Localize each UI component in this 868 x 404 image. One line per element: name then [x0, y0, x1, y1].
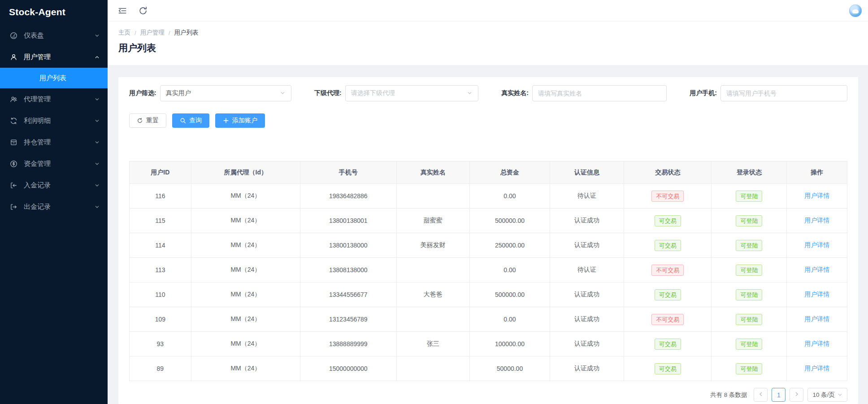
- sidebar-item-agent-management[interactable]: 代理管理: [0, 88, 108, 110]
- chevron-down-icon: [95, 118, 100, 123]
- table-row: 114MM（24）13800138000美丽发财250000.00认证成功可交易…: [130, 233, 847, 258]
- cell-total-funds: 250000.00: [469, 233, 550, 258]
- cell-total-funds: 500000.00: [469, 209, 550, 233]
- status-badge: 可交易: [655, 240, 681, 251]
- reset-button[interactable]: 重置: [129, 113, 166, 128]
- page-title: 用户列表: [118, 42, 857, 54]
- refresh-icon[interactable]: [138, 6, 148, 16]
- sidebar-item-user-management[interactable]: 用户管理: [0, 46, 108, 68]
- collapse-sidebar-icon[interactable]: [117, 6, 127, 16]
- user-detail-link[interactable]: 用户详情: [804, 192, 829, 199]
- prev-page-button[interactable]: [754, 388, 768, 402]
- sidebar-item-position-management[interactable]: 持仓管理: [0, 131, 108, 153]
- cell-trade-status: 不可交易: [624, 258, 712, 282]
- user-detail-link[interactable]: 用户详情: [804, 241, 829, 248]
- cell-real-name: 大爸爸: [396, 282, 469, 307]
- chevron-left-icon: [758, 391, 764, 398]
- cell-phone: 15000000000: [300, 356, 397, 381]
- sidebar-item-dashboard[interactable]: 仪表盘: [0, 25, 108, 46]
- content-area: 用户筛选: 真实用户 下级代理: 请选择下级代理: [108, 65, 868, 404]
- sidebar-item-deposit-records[interactable]: 入金记录: [0, 174, 108, 196]
- cell-action: 用户详情: [787, 209, 847, 233]
- cell-total-funds: 0.00: [469, 307, 550, 332]
- cell-agent: MM（24）: [191, 282, 300, 307]
- sidebar-item-label: 出金记录: [24, 203, 95, 211]
- cell-action: 用户详情: [787, 356, 847, 381]
- cell-user-id: 114: [130, 233, 191, 258]
- breadcrumb-item[interactable]: 主页: [118, 29, 130, 37]
- cell-real-name: [396, 307, 469, 332]
- user-avatar[interactable]: [849, 4, 862, 17]
- breadcrumb: 主页/用户管理/用户列表: [118, 29, 857, 37]
- agent-icon: [10, 96, 17, 103]
- cell-user-id: 113: [130, 258, 191, 282]
- breadcrumb-separator: /: [135, 30, 136, 36]
- user-table-wrapper: 用户ID所属代理（Id）手机号真实姓名总资金认证信息交易状态登录状态操作 116…: [129, 161, 847, 381]
- chevron-right-icon: [794, 391, 799, 398]
- cell-real-name: 张三: [396, 332, 469, 356]
- cell-user-id: 115: [130, 209, 191, 233]
- table-row: 109MM（24）131234567890.00认证成功不可交易可登陆用户详情: [130, 307, 847, 332]
- user-detail-link[interactable]: 用户详情: [804, 365, 829, 372]
- cell-user-id: 110: [130, 282, 191, 307]
- status-badge: 可登陆: [736, 265, 762, 276]
- chevron-down-icon: [467, 91, 473, 96]
- cell-real-name: 美丽发财: [396, 233, 469, 258]
- column-header: 所属代理（Id）: [191, 161, 300, 184]
- cell-login-status: 可登陆: [712, 356, 787, 381]
- sub-agent-select[interactable]: 请选择下级代理: [345, 85, 478, 101]
- user-detail-link[interactable]: 用户详情: [804, 266, 829, 273]
- table-row: 93MM（24）13888889999张三100000.00认证成功可交易可登陆…: [130, 332, 847, 356]
- cell-total-funds: 0.00: [469, 258, 550, 282]
- chevron-down-icon: [95, 33, 100, 38]
- cell-user-id: 89: [130, 356, 191, 381]
- sidebar-menu: 仪表盘用户管理用户列表代理管理利润明细持仓管理资金管理入金记录出金记录: [0, 25, 108, 217]
- add-account-button[interactable]: 添加账户: [215, 113, 265, 128]
- app-root: Stock-Agent 仪表盘用户管理用户列表代理管理利润明细持仓管理资金管理入…: [0, 0, 868, 404]
- user-detail-link[interactable]: 用户详情: [804, 315, 829, 322]
- cell-action: 用户详情: [787, 233, 847, 258]
- user-detail-link[interactable]: 用户详情: [804, 340, 829, 347]
- cell-phone: 13344556677: [300, 282, 397, 307]
- user-detail-link[interactable]: 用户详情: [804, 217, 829, 224]
- sidebar-item-funds-management[interactable]: 资金管理: [0, 153, 108, 174]
- chevron-down-icon: [95, 204, 100, 209]
- deposit-icon: [10, 182, 17, 189]
- query-button[interactable]: 查询: [172, 113, 209, 128]
- cell-action: 用户详情: [787, 184, 847, 209]
- status-badge: 可交易: [655, 339, 681, 350]
- pagination-total: 共有 8 条数据: [710, 391, 747, 399]
- column-header: 登录状态: [712, 161, 787, 184]
- cell-action: 用户详情: [787, 307, 847, 332]
- real-name-input[interactable]: [532, 85, 667, 101]
- table-row: 116MM（24）198364828860.00待认证不可交易可登陆用户详情: [130, 184, 847, 209]
- sidebar-item-profit-detail[interactable]: 利润明细: [0, 110, 108, 131]
- cell-login-status: 可登陆: [712, 209, 787, 233]
- cell-auth-info: 认证成功: [550, 307, 624, 332]
- cell-auth-info: 认证成功: [550, 356, 624, 381]
- column-header: 总资金: [469, 161, 550, 184]
- user-filter-select[interactable]: 真实用户: [160, 85, 291, 101]
- status-badge: 不可交易: [651, 265, 684, 276]
- page-size-select[interactable]: 10 条/页: [807, 388, 847, 402]
- cell-user-id: 93: [130, 332, 191, 356]
- current-page-button[interactable]: 1: [772, 388, 786, 402]
- add-account-label: 添加账户: [232, 117, 257, 125]
- status-badge: 可登陆: [736, 339, 762, 350]
- sidebar-item-withdraw-records[interactable]: 出金记录: [0, 196, 108, 217]
- sidebar-subitem-user-list[interactable]: 用户列表: [0, 68, 108, 88]
- cell-user-id: 116: [130, 184, 191, 209]
- filter-table-card: 用户筛选: 真实用户 下级代理: 请选择下级代理: [118, 77, 858, 404]
- user-phone-input[interactable]: [720, 85, 847, 101]
- breadcrumb-item[interactable]: 用户管理: [140, 29, 165, 37]
- cell-total-funds: 50000.00: [469, 356, 550, 381]
- search-icon: [180, 117, 186, 124]
- cell-login-status: 可登陆: [712, 258, 787, 282]
- cell-agent: MM（24）: [191, 307, 300, 332]
- cell-total-funds: 100000.00: [469, 332, 550, 356]
- status-badge: 不可交易: [651, 191, 684, 202]
- next-page-button[interactable]: [790, 388, 803, 402]
- sidebar-item-label: 代理管理: [24, 95, 95, 104]
- user-detail-link[interactable]: 用户详情: [804, 291, 829, 298]
- status-badge: 可交易: [655, 363, 681, 374]
